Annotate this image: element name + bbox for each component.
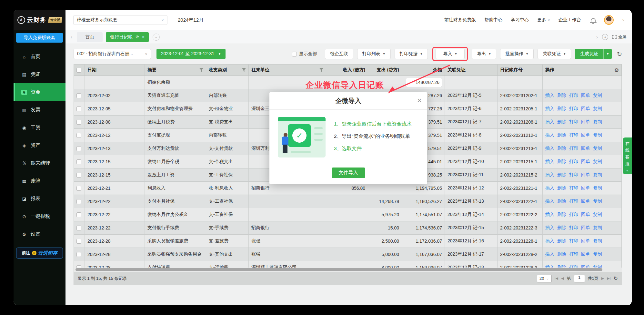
row-checkbox[interactable] [76, 173, 81, 178]
import-button[interactable]: 导入▼ [436, 49, 465, 59]
pagination-refresh-icon[interactable]: ↻ [614, 275, 618, 281]
row-checkbox[interactable] [76, 133, 81, 138]
op-receipt[interactable]: 回单 [581, 93, 590, 98]
op-insert[interactable]: 插入 [545, 132, 554, 138]
journal-no-link[interactable]: 2-002-20231212-1 [498, 129, 543, 142]
op-delete[interactable]: 删除 [557, 132, 566, 138]
op-copy[interactable]: 复制 [593, 159, 602, 165]
op-copy[interactable]: 复制 [593, 198, 602, 204]
op-delete[interactable]: 删除 [557, 106, 566, 112]
op-receipt[interactable]: 回单 [581, 251, 590, 257]
select-all-checkbox[interactable] [76, 68, 81, 73]
column-settings-gear-icon[interactable]: ⚙ [614, 67, 619, 73]
op-insert[interactable]: 插入 [545, 225, 554, 231]
op-receipt[interactable]: 回单 [581, 106, 590, 112]
op-copy[interactable]: 复制 [593, 93, 602, 98]
tab-list-dropdown-icon[interactable]: ⌄ [153, 34, 160, 41]
modal-close-icon[interactable]: ✕ [417, 97, 422, 104]
voucher-link[interactable]: 2023年12月 记-11 [445, 168, 498, 182]
journal-no-link[interactable]: 2-002-20231208-1 [498, 116, 543, 129]
tab-bank-journal[interactable]: 银行日记账 ⟳ × [106, 32, 149, 42]
voucher-link[interactable]: 2023年12月 记-10 [445, 155, 498, 168]
row-checkbox[interactable] [76, 159, 81, 164]
op-receipt[interactable]: 回单 [581, 238, 590, 244]
voucher-link[interactable]: 2023年12月 记-13 [445, 195, 498, 208]
op-print[interactable]: 打印 [569, 132, 578, 138]
next-page-icon[interactable]: ▶ [601, 276, 604, 280]
table-refresh-icon[interactable]: ↻ [617, 50, 622, 58]
prev-page-icon[interactable]: ◀ [561, 276, 564, 280]
op-delete[interactable]: 删除 [557, 93, 566, 98]
op-print[interactable]: 打印 [569, 146, 578, 151]
print-list-button[interactable]: 打印列表▼ [357, 49, 391, 59]
file-import-button[interactable]: 文件导入 [332, 168, 365, 178]
op-receipt[interactable]: 回单 [581, 198, 590, 204]
voucher-link[interactable]: 2023年12月 记-6 [445, 102, 498, 116]
print-receipt-button[interactable]: 打印凭据▼ [395, 49, 428, 59]
scrollbar-thumb[interactable] [75, 268, 602, 271]
row-checkbox[interactable] [76, 265, 81, 268]
op-copy[interactable]: 复制 [593, 119, 602, 125]
op-print[interactable]: 打印 [569, 238, 578, 244]
voucher-link[interactable]: 2023年12月 记-15 [445, 221, 498, 235]
filter-icon[interactable] [242, 68, 246, 72]
voucher-link[interactable]: 2023年12月 记-18 [445, 261, 498, 268]
op-receipt[interactable]: 回单 [581, 172, 590, 178]
goto-inventory-button[interactable]: 前往 ❋ 云进销存 [16, 248, 63, 259]
op-delete[interactable]: 删除 [557, 265, 566, 268]
voucher-link[interactable]: 2023年12月 记-16 [445, 235, 498, 248]
op-insert[interactable]: 插入 [545, 198, 554, 204]
op-copy[interactable]: 复制 [593, 132, 602, 138]
show-all-checkbox[interactable] [292, 52, 297, 56]
journal-no-link[interactable]: 2-002-20231215-1 [498, 155, 543, 168]
nav-learning-center[interactable]: 学习中心 [511, 17, 529, 23]
op-delete[interactable]: 删除 [557, 119, 566, 125]
op-receipt[interactable]: 回单 [581, 212, 590, 218]
op-insert[interactable]: 插入 [545, 93, 554, 98]
op-delete[interactable]: 删除 [557, 185, 566, 191]
op-insert[interactable]: 插入 [545, 146, 554, 151]
journal-no-link[interactable]: 2-002-20231222-1 [498, 195, 543, 208]
journal-no-link[interactable]: 2-002-20231205-1 [498, 102, 543, 116]
voucher-link[interactable]: 2023年12月 记-14 [445, 208, 498, 221]
first-page-icon[interactable]: |◀ [555, 276, 558, 280]
op-copy[interactable]: 复制 [593, 265, 602, 268]
account-set-select[interactable]: 柠檬云财务示范账套 ∨ [73, 15, 167, 25]
op-insert[interactable]: 插入 [545, 172, 554, 178]
generate-voucher-button[interactable]: 生成凭证 [575, 49, 603, 59]
op-insert[interactable]: 插入 [545, 185, 554, 191]
sidebar-item-reports[interactable]: ◪报表 [14, 190, 65, 208]
sidebar-item-salary[interactable]: ◉工资 [14, 119, 65, 137]
sidebar-item-tax[interactable]: ⊙一键报税 [14, 208, 65, 225]
journal-no-link[interactable]: 2-002-20231222-2 [498, 208, 543, 221]
op-delete[interactable]: 删除 [557, 238, 566, 244]
row-checkbox[interactable] [76, 120, 81, 125]
sidebar-item-invoice[interactable]: ▥发票 [14, 101, 65, 119]
sidebar-item-period-end[interactable]: ％期末结转 [14, 154, 65, 172]
sidebar-item-ledger[interactable]: ▦账簿 [14, 172, 65, 190]
journal-no-link[interactable]: 2-002-20231213-1 [498, 142, 543, 155]
op-copy[interactable]: 复制 [593, 185, 602, 191]
nav-help-center[interactable]: 帮助中心 [484, 17, 502, 23]
journal-no-link[interactable]: 2-002-20231221-1 [498, 182, 543, 195]
op-receipt[interactable]: 回单 [581, 132, 590, 138]
notification-bell-icon[interactable] [591, 18, 596, 22]
voucher-link[interactable]: 2023年12月 记-5 [445, 89, 498, 102]
op-copy[interactable]: 复制 [593, 251, 602, 257]
user-avatar[interactable] [604, 15, 614, 25]
batch-ops-button[interactable]: 批量操作▼ [500, 49, 534, 59]
sidebar-item-funds[interactable]: ¥资金 [14, 83, 65, 101]
op-print[interactable]: 打印 [569, 119, 578, 125]
online-service-tab[interactable]: 在线客服« [623, 137, 632, 174]
generate-voucher-dropdown[interactable]: ▼ [603, 49, 612, 59]
initial-balance-input[interactable] [406, 78, 442, 87]
bank-account-select[interactable]: 002 - 招商银行深圳白石洲... ∨ [74, 49, 151, 59]
tab-close-icon[interactable]: × [142, 35, 145, 39]
last-page-icon[interactable]: ▶| [607, 276, 610, 280]
tabs-scroll-left-icon[interactable]: ‹ [71, 34, 72, 40]
op-delete[interactable]: 删除 [557, 212, 566, 218]
page-size-select[interactable]: 20 ⌄ [537, 275, 552, 282]
row-checkbox[interactable] [76, 212, 81, 217]
row-checkbox[interactable] [76, 186, 81, 191]
date-range-button[interactable]: 2023-12-01 至 2023-12-31 ▼ [156, 49, 226, 59]
